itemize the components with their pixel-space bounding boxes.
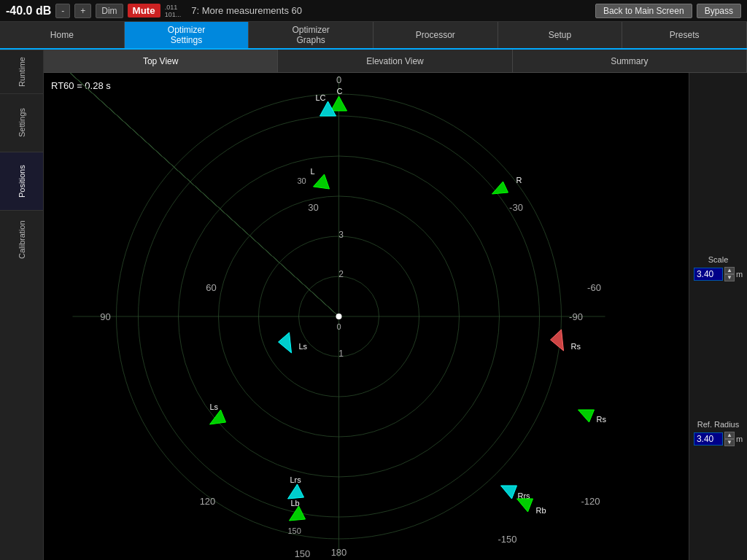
ref-radius-unit: m xyxy=(736,435,743,443)
angle-label-150-left: 150 xyxy=(295,548,311,559)
ref-radius-up-button[interactable]: ▲ xyxy=(724,432,735,439)
scale-down-button[interactable]: ▼ xyxy=(724,274,735,281)
svg-text:30: 30 xyxy=(298,176,306,185)
scale-input-row: ▲ ▼ m xyxy=(694,267,743,281)
svg-marker-40 xyxy=(517,499,533,512)
sub-tab-elevation-view[interactable]: Elevation View xyxy=(278,50,512,72)
tab-presets[interactable]: Presets xyxy=(622,22,747,48)
tab-home[interactable]: Home xyxy=(0,22,125,48)
angle-label-60-right: -60 xyxy=(587,282,601,293)
scale-input[interactable] xyxy=(694,268,723,281)
svg-text:Lrs: Lrs xyxy=(290,475,302,484)
left-sidebar: Runtime Settings Positions Calibration xyxy=(0,50,44,560)
svg-marker-31 xyxy=(578,410,595,422)
speaker-Rs-upper: Rs xyxy=(551,330,581,351)
svg-line-9 xyxy=(66,73,339,316)
back-to-main-button[interactable]: Back to Main Screen xyxy=(595,4,692,18)
speaker-Rs: Rs xyxy=(578,410,607,424)
angle-label-90-right: -90 xyxy=(569,311,583,322)
svg-text:R: R xyxy=(516,176,522,184)
speaker-Ls: Ls xyxy=(210,402,226,424)
angle-label-60-left: 60 xyxy=(206,282,216,293)
scale-label: Scale xyxy=(708,255,729,264)
measurement-title: 7: More measurements 60 xyxy=(191,5,302,16)
svg-marker-33 xyxy=(288,484,304,499)
svg-marker-29 xyxy=(210,410,226,424)
top-bar: -40.0 dB - + Dim Mute .011101... 7: More… xyxy=(0,0,747,22)
top-right-buttons: Back to Main Screen Bypass xyxy=(595,4,741,18)
dim-button[interactable]: Dim xyxy=(96,4,123,18)
angle-label-90-left: 90 xyxy=(100,311,110,322)
svg-text:Rs: Rs xyxy=(571,342,581,351)
svg-text:L: L xyxy=(311,167,315,176)
angle-label-120-left: 120 xyxy=(200,496,216,507)
sidebar-item-runtime[interactable]: Runtime xyxy=(0,50,43,93)
bypass-button[interactable]: Bypass xyxy=(697,4,741,18)
svg-marker-38 xyxy=(501,486,517,499)
speaker-LC: LC xyxy=(315,93,336,116)
right-panel: Scale ▲ ▼ m Ref. Radius xyxy=(689,73,747,560)
speaker-Lb: Lb 150 xyxy=(288,499,306,535)
radar-svg: 0 180 30 60 -60 90 -90 xyxy=(66,73,613,560)
ref-radius-input[interactable] xyxy=(694,432,723,446)
svg-marker-27 xyxy=(551,330,564,351)
sub-tab-top-view[interactable]: Top View xyxy=(44,50,278,72)
tab-setup[interactable]: Setup xyxy=(498,22,623,48)
tab-optimizer-settings[interactable]: OptimizerSettings xyxy=(125,22,249,48)
content-area: Top View Elevation View Summary RT60 = 0… xyxy=(44,50,747,560)
angle-label-120-right: -120 xyxy=(581,496,600,507)
ring-label-1: 1 xyxy=(338,349,344,359)
svg-marker-25 xyxy=(279,332,292,353)
svg-text:Rb: Rb xyxy=(536,506,546,515)
radar-section: RT60 = 0.28 s xyxy=(44,73,747,560)
svg-line-13 xyxy=(66,73,339,316)
svg-text:Ls: Ls xyxy=(210,402,219,411)
tab-optimizer-graphs[interactable]: OptimizerGraphs xyxy=(249,22,374,48)
svg-line-15 xyxy=(66,73,339,316)
angle-label-180: 180 xyxy=(331,547,347,558)
svg-text:LC: LC xyxy=(315,93,325,102)
sidebar-item-calibration[interactable]: Calibration xyxy=(0,210,43,268)
angle-label-0: 0 xyxy=(336,74,341,85)
speaker-L: L 30 xyxy=(298,167,330,189)
speaker-C: C xyxy=(331,87,347,111)
radar-container: RT60 = 0.28 s xyxy=(44,73,689,560)
svg-line-14 xyxy=(66,73,339,316)
svg-line-12 xyxy=(66,73,339,316)
scale-control: Scale ▲ ▼ m xyxy=(694,255,743,281)
speaker-Rrs: Rrs xyxy=(501,486,531,500)
svg-line-8 xyxy=(66,73,339,316)
ref-radius-label: Ref. Radius xyxy=(697,420,739,429)
speaker-R: R xyxy=(492,176,522,194)
angle-label-30-left: 30 xyxy=(308,202,318,213)
speaker-Lrs: Lrs xyxy=(288,475,304,499)
plus-button[interactable]: + xyxy=(74,4,91,18)
ref-radius-down-button[interactable]: ▼ xyxy=(724,439,735,446)
mute-button[interactable]: Mute xyxy=(128,4,160,18)
sidebar-item-settings[interactable]: Settings xyxy=(0,93,43,152)
sub-tab-summary[interactable]: Summary xyxy=(513,50,747,72)
svg-marker-16 xyxy=(331,96,347,111)
scale-spin-buttons: ▲ ▼ xyxy=(724,267,735,281)
ring-label-2: 2 xyxy=(338,269,344,279)
svg-line-10 xyxy=(66,73,339,316)
db-display: -40.0 dB xyxy=(6,4,51,18)
svg-marker-35 xyxy=(290,506,306,521)
svg-text:Rs: Rs xyxy=(597,415,607,424)
ring-label-3: 3 xyxy=(338,230,344,240)
center-dot xyxy=(336,314,342,319)
tab-processor[interactable]: Processor xyxy=(374,22,498,48)
svg-marker-23 xyxy=(492,182,508,194)
speaker-Rb: Rb xyxy=(517,499,546,515)
speaker-Ls-upper: Ls xyxy=(279,332,308,353)
scale-unit: m xyxy=(736,270,743,279)
minus-button[interactable]: - xyxy=(55,4,70,18)
ref-radius-spin-buttons: ▲ ▼ xyxy=(724,432,735,446)
svg-line-11 xyxy=(66,73,339,316)
sidebar-item-positions[interactable]: Positions xyxy=(0,152,43,210)
ref-radius-control: Ref. Radius ▲ ▼ m xyxy=(694,420,743,446)
bits-display: .011101... xyxy=(165,4,182,18)
svg-text:Ls: Ls xyxy=(299,342,308,351)
ref-radius-input-row: ▲ ▼ m xyxy=(694,432,743,446)
scale-up-button[interactable]: ▲ xyxy=(724,267,735,274)
